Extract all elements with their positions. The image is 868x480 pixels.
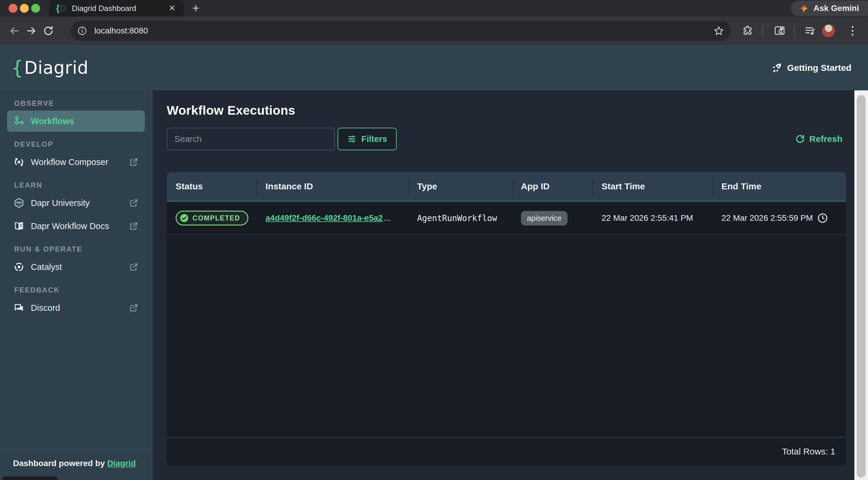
- sidebar-item-discord[interactable]: Discord: [7, 297, 145, 318]
- table-footer: Total Rows: 1: [167, 437, 846, 466]
- table-row: COMPLETED a4d49f2f-d66c-492f-801a-e5a2 .…: [167, 202, 846, 235]
- sidebar-item-catalyst[interactable]: Catalyst: [7, 256, 145, 278]
- instance-id-cell: a4d49f2f-d66c-492f-801a-e5a2 ...: [257, 213, 408, 223]
- getting-started-button[interactable]: Getting Started: [771, 62, 851, 73]
- sidebar-section-run-operate: RUN & OPERATE: [14, 245, 152, 253]
- app-id-cell: apiservice: [512, 211, 593, 226]
- browser-chrome: {D Diagrid Dashboard ✕ + Ask Gemini: [0, 0, 868, 45]
- extensions-icon[interactable]: [741, 24, 754, 37]
- scrollbar-thumb[interactable]: [857, 95, 866, 478]
- media-controls-icon[interactable]: [803, 24, 816, 37]
- sidebar-item-workflow-composer[interactable]: Workflow Composer: [7, 151, 145, 173]
- status-badge: COMPLETED: [176, 211, 248, 226]
- status-bubble: [2, 476, 58, 480]
- filters-label: Filters: [361, 134, 387, 144]
- tab-search-icon[interactable]: [773, 24, 786, 37]
- search-input[interactable]: [167, 128, 335, 150]
- sidebar-item-label: Catalyst: [31, 262, 62, 272]
- external-link-icon: [129, 221, 138, 231]
- sidebar-item-label: Dapr University: [31, 198, 90, 208]
- sidebar-item-dapr-workflow-docs[interactable]: Dapr Workflow Docs: [7, 215, 145, 237]
- column-header-end-time: End Time: [713, 172, 846, 201]
- zoom-window-button[interactable]: [31, 4, 40, 13]
- url-text[interactable]: localhost:8080: [94, 26, 713, 36]
- end-time-value: 22 Mar 2026 2:55:59 PM: [721, 213, 813, 223]
- sidebar-section-develop: DEVELOP: [14, 140, 152, 148]
- ask-gemini-button[interactable]: Ask Gemini: [791, 1, 868, 16]
- gemini-sparkle-icon: [799, 3, 809, 13]
- dapr-university-icon: dapruniversity: [13, 198, 24, 208]
- sidebar: OBSERVE Workflows DEVELOP Workflow Compo…: [0, 90, 153, 480]
- svg-text:university: university: [17, 204, 21, 206]
- column-header-start-time: Start Time: [593, 172, 713, 201]
- page-title: Workflow Executions: [167, 103, 846, 117]
- instance-id-link[interactable]: a4d49f2f-d66c-492f-801a-e5a2: [266, 213, 383, 223]
- sidebar-footer: Dashboard powered by Diagrid: [0, 449, 152, 480]
- browser-menu-icon[interactable]: [846, 24, 859, 37]
- new-tab-button[interactable]: +: [189, 1, 203, 15]
- sidebar-section-observe: OBSERVE: [14, 99, 152, 108]
- window-controls[interactable]: [9, 4, 40, 13]
- site-info-icon[interactable]: [77, 26, 87, 36]
- main-content: Workflow Executions Filters Refresh Stat…: [153, 90, 855, 480]
- ask-gemini-label: Ask Gemini: [813, 4, 859, 13]
- filters-button[interactable]: Filters: [338, 128, 397, 150]
- diagrid-favicon-icon: {D: [56, 4, 66, 13]
- back-icon[interactable]: [8, 24, 21, 37]
- external-link-icon: [129, 303, 138, 312]
- type-cell: AgentRunWorkflow: [408, 213, 512, 223]
- browser-tab[interactable]: {D Diagrid Dashboard ✕: [49, 0, 184, 16]
- sidebar-nav: OBSERVE Workflows DEVELOP Workflow Compo…: [0, 90, 152, 449]
- external-link-icon: [129, 199, 138, 207]
- rocket-icon: [771, 62, 782, 73]
- table-header-row: Status Instance ID Type App ID Start Tim…: [167, 172, 846, 202]
- app-body: OBSERVE Workflows DEVELOP Workflow Compo…: [0, 90, 868, 480]
- tab-title: Diagrid Dashboard: [72, 4, 167, 13]
- profile-avatar[interactable]: [822, 24, 835, 37]
- column-header-instance-id: Instance ID: [257, 172, 408, 201]
- diagrid-link[interactable]: Diagrid: [107, 459, 135, 468]
- workflow-icon: [13, 116, 24, 127]
- column-header-type: Type: [408, 172, 512, 201]
- sidebar-item-label: Workflow Composer: [31, 157, 108, 167]
- tab-strip: {D Diagrid Dashboard ✕ + Ask Gemini: [0, 0, 868, 16]
- table-empty-area: [167, 235, 846, 437]
- sidebar-item-workflows[interactable]: Workflows: [7, 110, 145, 132]
- controls-row: Filters Refresh: [167, 128, 846, 150]
- forward-icon[interactable]: [25, 24, 38, 37]
- close-tab-icon[interactable]: ✕: [167, 3, 177, 13]
- browser-toolbar: localhost:8080: [0, 16, 868, 45]
- bookmark-star-icon[interactable]: [713, 25, 724, 36]
- url-bar[interactable]: localhost:8080: [71, 21, 731, 41]
- sidebar-section-learn: LEARN: [14, 181, 152, 189]
- getting-started-label: Getting Started: [787, 63, 851, 73]
- diagrid-logo[interactable]: { Diagrid: [11, 57, 89, 79]
- reload-icon[interactable]: [42, 24, 55, 37]
- scrollbar-track[interactable]: [855, 90, 868, 480]
- discord-chat-icon: [13, 303, 24, 313]
- check-circle-icon: [180, 213, 189, 223]
- logo-brace: {: [11, 57, 24, 79]
- sidebar-item-dapr-university[interactable]: dapruniversity Dapr University: [7, 192, 145, 214]
- clock-icon: [817, 212, 828, 224]
- filters-sliders-icon: [347, 134, 356, 144]
- logo-wordmark: Diagrid: [24, 58, 89, 78]
- svg-text:dapr: dapr: [16, 201, 22, 204]
- sidebar-item-label: Discord: [31, 303, 60, 313]
- instance-id-ellipsis: ...: [383, 213, 390, 223]
- column-header-status: Status: [167, 172, 257, 201]
- external-link-icon: [129, 158, 138, 167]
- workflow-table: Status Instance ID Type App ID Start Tim…: [167, 172, 846, 466]
- powered-by-text: Dashboard powered by: [13, 459, 105, 468]
- end-time-cell: 22 Mar 2026 2:55:59 PM: [713, 212, 846, 224]
- refresh-icon: [795, 134, 805, 144]
- minimize-window-button[interactable]: [20, 4, 29, 13]
- refresh-label: Refresh: [809, 134, 842, 144]
- close-window-button[interactable]: [9, 4, 18, 13]
- refresh-button[interactable]: Refresh: [795, 134, 842, 144]
- sidebar-item-label: Workflows: [31, 116, 74, 126]
- external-link-icon: [129, 263, 138, 271]
- app-header: { Diagrid Getting Started: [0, 45, 868, 90]
- sidebar-section-feedback: FEEDBACK: [14, 286, 152, 294]
- status-label: COMPLETED: [192, 214, 240, 222]
